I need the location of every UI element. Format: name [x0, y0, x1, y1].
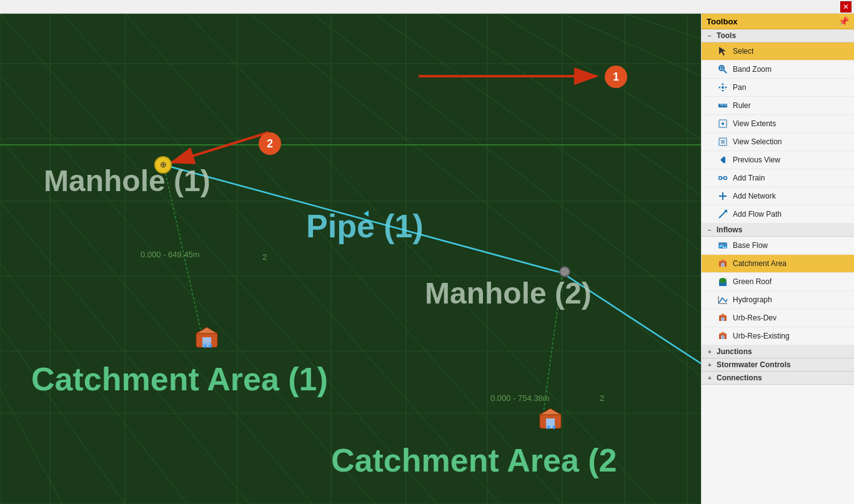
svg-marker-61	[722, 90, 724, 92]
tool-previous-view-label: Previous View	[733, 156, 780, 164]
tool-view-extents-label: View Extents	[733, 119, 776, 128]
svg-rect-83	[718, 242, 727, 249]
tool-band-zoom[interactable]: Band Zoom	[702, 61, 854, 79]
svg-line-22	[625, 14, 701, 39]
previous-view-icon	[717, 154, 729, 166]
svg-line-57	[724, 71, 727, 74]
tool-previous-view[interactable]: Previous View	[702, 151, 854, 169]
tool-add-train-label: Add Train	[733, 174, 765, 182]
svg-rect-59	[722, 66, 723, 70]
tool-hydrograph[interactable]: Hydrograph	[702, 291, 854, 309]
svg-line-32	[0, 264, 187, 504]
svg-marker-36	[364, 210, 369, 217]
tool-select-label: Select	[733, 47, 753, 56]
collapse-tools-icon: −	[705, 31, 714, 40]
svg-point-76	[719, 177, 722, 180]
tool-urb-res-existing[interactable]: Urb-Res-Existing	[702, 327, 854, 345]
section-tools[interactable]: − Tools	[702, 29, 854, 42]
svg-point-77	[724, 177, 727, 180]
view-selection-icon	[717, 136, 729, 148]
svg-line-28	[0, 14, 437, 504]
tool-green-roof-label: Green Roof	[733, 277, 772, 286]
section-junctions[interactable]: + Junctions	[702, 345, 854, 358]
tool-add-network[interactable]: Add Network	[702, 187, 854, 205]
svg-rect-73	[721, 140, 725, 144]
expand-connections-icon: +	[705, 373, 714, 382]
tool-hydrograph-label: Hydrograph	[733, 295, 772, 304]
base-flow-icon	[717, 239, 729, 252]
catchment-area-icon	[717, 257, 729, 270]
ruler-icon	[717, 99, 729, 112]
tool-base-flow[interactable]: Base Flow	[702, 237, 854, 255]
add-flow-path-icon	[717, 208, 729, 220]
svg-rect-94	[721, 317, 725, 321]
tool-view-selection-label: View Selection	[733, 137, 782, 146]
collapse-inflows-icon: −	[705, 225, 714, 234]
section-connections-label: Connections	[717, 373, 762, 382]
section-stormwater-label: Stormwater Controls	[717, 360, 791, 369]
urb-res-dev-icon	[717, 312, 729, 324]
band-zoom-icon	[717, 63, 729, 76]
svg-line-29	[0, 76, 375, 504]
urb-res-existing-icon	[717, 330, 729, 342]
svg-rect-75	[724, 157, 725, 163]
section-tools-label: Tools	[717, 31, 736, 40]
svg-line-21	[562, 14, 701, 76]
svg-line-33	[0, 326, 125, 504]
tool-add-flow-path[interactable]: Add Flow Path	[702, 205, 854, 224]
svg-marker-55	[719, 47, 726, 56]
svg-point-89	[719, 278, 727, 283]
manhole-2-node	[559, 266, 570, 277]
add-train-icon	[717, 172, 729, 184]
svg-marker-96	[719, 332, 727, 334]
svg-line-18	[375, 14, 701, 251]
tool-add-train[interactable]: Add Train	[702, 169, 854, 187]
tool-pan[interactable]: Pan	[702, 79, 854, 97]
section-inflows-label: Inflows	[717, 225, 742, 234]
section-inflows[interactable]: − Inflows	[702, 224, 854, 237]
svg-line-24	[250, 14, 701, 376]
section-stormwater[interactable]: + Stormwater Controls	[702, 358, 854, 372]
manhole-1-node: ⊕	[154, 156, 172, 174]
add-network-icon	[717, 190, 729, 202]
title-bar: ✕	[0, 0, 854, 14]
tool-view-extents[interactable]: View Extents	[702, 115, 854, 133]
svg-line-30	[0, 139, 312, 504]
expand-stormwater-icon: +	[705, 360, 714, 369]
svg-line-25	[187, 14, 656, 504]
tool-base-flow-label: Base Flow	[733, 241, 768, 250]
tool-add-network-label: Add Network	[733, 192, 776, 200]
tool-urb-res-existing-label: Urb-Res-Existing	[733, 332, 790, 340]
section-connections[interactable]: + Connections	[702, 372, 854, 385]
map-canvas[interactable]: ⊕ Manhole (1) Manhole (2) Pipe (1) Catch…	[0, 14, 701, 504]
tool-select[interactable]: Select	[702, 42, 854, 61]
view-extents-icon	[717, 117, 729, 130]
svg-line-23	[312, 14, 701, 314]
svg-line-26	[125, 14, 562, 504]
svg-line-42	[164, 165, 201, 332]
tool-ruler-label: Ruler	[733, 101, 751, 110]
tool-ruler[interactable]: Ruler	[702, 97, 854, 115]
toolbox-title-bar: Toolbox 📌	[702, 14, 854, 29]
svg-line-43	[544, 273, 562, 412]
tool-catchment-area[interactable]: Catchment Area	[702, 255, 854, 273]
pan-icon	[717, 81, 729, 94]
select-icon	[717, 45, 729, 57]
tool-green-roof[interactable]: Green Roof	[702, 273, 854, 291]
expand-junctions-icon: +	[705, 347, 714, 356]
svg-line-41	[172, 132, 269, 162]
tool-catchment-area-label: Catchment Area	[733, 259, 787, 268]
tool-add-flow-path-label: Add Flow Path	[733, 210, 782, 219]
tool-urb-res-dev[interactable]: Urb-Res-Dev	[702, 309, 854, 327]
svg-line-35	[164, 165, 562, 273]
toolbox-pin[interactable]: 📌	[838, 16, 849, 26]
svg-marker-86	[719, 259, 727, 262]
svg-line-37	[562, 273, 701, 363]
svg-marker-62	[718, 86, 720, 89]
svg-marker-74	[720, 156, 724, 164]
map-svg	[0, 14, 701, 504]
toolbox-panel: Toolbox 📌 − Tools Select	[701, 14, 854, 504]
close-button[interactable]: ✕	[840, 1, 852, 12]
tool-band-zoom-label: Band Zoom	[733, 65, 772, 74]
tool-view-selection[interactable]: View Selection	[702, 133, 854, 151]
